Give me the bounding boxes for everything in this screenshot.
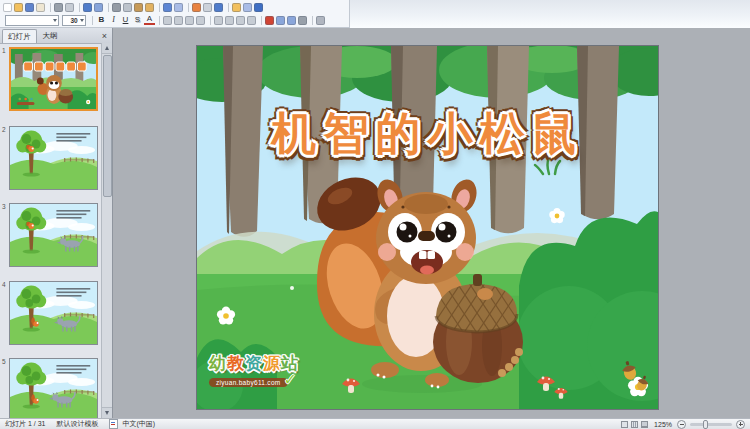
- font-name-combo[interactable]: [5, 15, 59, 26]
- scrollbar-thumb[interactable]: [103, 55, 112, 197]
- site-logo: 幼教资源站 ziyuan.baby611.com ✓: [209, 352, 299, 389]
- site-logo-url: ziyuan.baby611.com: [209, 378, 288, 387]
- print-button[interactable]: [54, 3, 63, 12]
- decrease-font-button[interactable]: [287, 16, 296, 25]
- slide-title[interactable]: 机智的小松鼠: [197, 104, 658, 164]
- zoom-out-button[interactable]: [677, 420, 686, 429]
- bold-button[interactable]: B: [96, 15, 107, 25]
- slide-thumbnail-5[interactable]: [9, 358, 98, 418]
- justify-button[interactable]: [196, 16, 205, 25]
- zoom-button[interactable]: [243, 3, 252, 12]
- scroll-down-icon[interactable]: [102, 407, 112, 418]
- formatting-toolbar: 30 B I U S A: [0, 14, 349, 26]
- tab-outline[interactable]: 大纲: [37, 28, 64, 43]
- scroll-up-icon[interactable]: [102, 43, 112, 54]
- zoom-slider-handle[interactable]: [703, 420, 708, 429]
- toolbar-separator: [210, 16, 211, 25]
- toolbar-strip: 30 B I U S A: [0, 0, 750, 28]
- shadow-button[interactable]: S: [132, 15, 143, 25]
- slide-thumbnail-2[interactable]: [9, 126, 98, 190]
- thumbnail-scrollbar[interactable]: [101, 43, 112, 418]
- toolbar-separator: [312, 16, 313, 25]
- bullets-button[interactable]: [225, 16, 234, 25]
- format-painter-button[interactable]: [145, 3, 154, 12]
- slide-number: 5: [2, 358, 6, 365]
- standard-toolbar: [0, 1, 349, 13]
- toolbar-separator: [50, 3, 51, 12]
- zoom-slider[interactable]: [690, 423, 732, 426]
- mail-button[interactable]: [36, 3, 45, 12]
- design-template-name: 默认设计模板: [56, 419, 98, 429]
- zoom-in-button[interactable]: [736, 420, 745, 429]
- slide-thumbnail-1[interactable]: [9, 47, 98, 111]
- decrease-indent-button[interactable]: [236, 16, 245, 25]
- presentation-app-window: 30 B I U S A 幻灯片 大纲 × 1: [0, 0, 750, 429]
- research-button[interactable]: [94, 3, 103, 12]
- paste-button[interactable]: [134, 3, 143, 12]
- slide-number: 1: [2, 47, 6, 54]
- slide-canvas[interactable]: 机智的小松鼠 幼教资源站 ziyuan.baby611.com ✓: [196, 45, 659, 410]
- cut-button[interactable]: [112, 3, 121, 12]
- status-bar: 幻灯片 1 / 31 默认设计模板 中文(中国) 125%: [0, 418, 750, 429]
- underline-button[interactable]: U: [120, 15, 131, 25]
- toolbar-separator: [79, 3, 80, 12]
- insert-chart-button[interactable]: [192, 3, 201, 12]
- panel-tabs: 幻灯片 大纲 ×: [0, 28, 112, 44]
- help-button[interactable]: [254, 3, 263, 12]
- font-size-value: 30: [70, 17, 77, 24]
- italic-button[interactable]: I: [108, 15, 119, 25]
- tab-slides[interactable]: 幻灯片: [2, 29, 37, 43]
- spelling-button[interactable]: [83, 3, 92, 12]
- slide-number: 4: [2, 281, 6, 288]
- toolbar-separator: [108, 3, 109, 12]
- fill-color-button[interactable]: [232, 3, 241, 12]
- more-options-button[interactable]: [316, 16, 325, 25]
- insert-hyperlink-button[interactable]: [214, 3, 223, 12]
- slide-indicator: 幻灯片 1 / 31: [5, 419, 45, 429]
- spellcheck-status-icon: [109, 419, 118, 429]
- toolbar-separator: [228, 3, 229, 12]
- increase-indent-button[interactable]: [247, 16, 256, 25]
- slideshow-view-button[interactable]: [641, 421, 648, 428]
- toolbar-panel: 30 B I U S A: [0, 0, 350, 28]
- open-button[interactable]: [14, 3, 23, 12]
- save-button[interactable]: [25, 3, 34, 12]
- increase-font-button[interactable]: [276, 16, 285, 25]
- checkmark-icon: ✓: [284, 370, 297, 389]
- normal-view-button[interactable]: [621, 421, 628, 428]
- align-right-button[interactable]: [185, 16, 194, 25]
- thumbnail-list: 1: [0, 43, 112, 418]
- paragraph-toolbar: [163, 14, 327, 26]
- font-color-button[interactable]: A: [144, 15, 155, 25]
- print-preview-button[interactable]: [65, 3, 74, 12]
- insert-table-button[interactable]: [203, 3, 212, 12]
- chevron-down-icon: [80, 19, 84, 22]
- editor-workspace: 机智的小松鼠 幼教资源站 ziyuan.baby611.com ✓: [113, 28, 750, 418]
- copy-button[interactable]: [123, 3, 132, 12]
- zoom-level: 125%: [654, 421, 672, 428]
- slide-number: 2: [2, 126, 6, 133]
- toolbar-separator: [261, 16, 262, 25]
- slide-thumbnail-4[interactable]: [9, 281, 98, 345]
- toolbar-separator: [188, 3, 189, 12]
- character-border-button[interactable]: [298, 16, 307, 25]
- align-left-button[interactable]: [163, 16, 172, 25]
- toolbar-separator: [159, 3, 160, 12]
- slide-sorter-view-button[interactable]: [631, 421, 638, 428]
- toolbar-separator: [92, 16, 93, 25]
- text-color-button[interactable]: [265, 16, 274, 25]
- chevron-down-icon: [53, 19, 57, 22]
- numbering-button[interactable]: [214, 16, 223, 25]
- slide-thumbnail-3[interactable]: [9, 203, 98, 267]
- slides-panel: 幻灯片 大纲 × 1: [0, 28, 113, 418]
- align-center-button[interactable]: [174, 16, 183, 25]
- new-button[interactable]: [3, 3, 12, 12]
- close-pane-icon[interactable]: ×: [102, 32, 107, 43]
- slide-number: 3: [2, 203, 6, 210]
- font-size-combo[interactable]: 30: [62, 15, 86, 26]
- toolbar-separator: [159, 16, 160, 25]
- redo-button[interactable]: [174, 3, 183, 12]
- language-indicator: 中文(中国): [122, 419, 155, 429]
- undo-button[interactable]: [163, 3, 172, 12]
